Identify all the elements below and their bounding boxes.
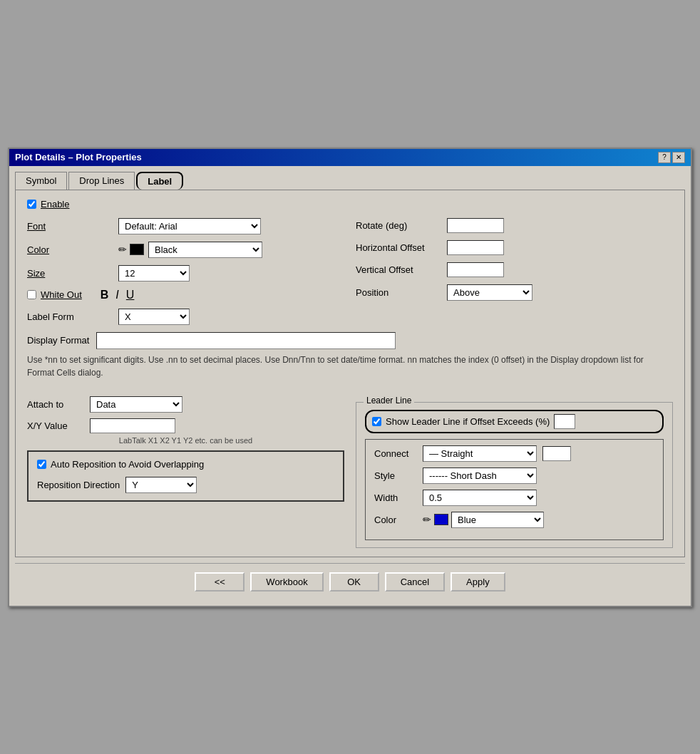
leader-color-selector: ✏ Blue Black Red Green: [423, 512, 544, 528]
rotate-label: Rotate (deg): [356, 220, 441, 231]
leader-offset-input[interactable]: 1: [554, 414, 575, 429]
reposition-direction-select[interactable]: Y X XY: [125, 477, 197, 493]
help-button[interactable]: ?: [658, 152, 671, 163]
italic-button[interactable]: I: [115, 289, 118, 301]
connect-row: Connect — Straight Horizontal Then Verti…: [374, 445, 654, 462]
leader-color-select[interactable]: Blue Black Red Green: [451, 512, 544, 528]
label-form-select[interactable]: X Y Z: [118, 309, 190, 325]
display-format-label: Display Format: [27, 335, 89, 346]
rotate-input[interactable]: 90: [447, 218, 504, 233]
connect-label: Connect: [374, 448, 417, 459]
font-select[interactable]: Default: Arial Arial Times New Roman: [118, 218, 261, 234]
auto-reposition-label: Auto Reposition to Avoid Overlapping: [51, 459, 204, 470]
tab-drop-lines[interactable]: Drop Lines: [68, 172, 135, 190]
voffset-row: Vertical Offset 170: [356, 262, 673, 277]
color-selector: ✏ Black White Red Blue: [118, 242, 262, 258]
leader-color-swatch: [434, 514, 448, 525]
width-select[interactable]: 0.5 1 1.5 2: [423, 490, 537, 506]
left-column: Font Default: Arial Arial Times New Roma…: [27, 218, 344, 332]
close-button[interactable]: ✕: [672, 152, 685, 163]
width-row: Width 0.5 1 1.5 2: [374, 490, 654, 506]
auto-reposition-checkbox[interactable]: [37, 460, 46, 469]
main-window: Plot Details – Plot Properties ? ✕ Symbo…: [8, 148, 692, 607]
label-form-row: Label Form X Y Z: [27, 309, 344, 325]
pencil-icon[interactable]: ✏: [118, 244, 127, 255]
connect-offset-input[interactable]: 0: [542, 446, 571, 461]
display-format-input[interactable]: [96, 332, 396, 349]
position-row: Position Above Below Left Right Center: [356, 284, 673, 301]
hint-text: Use *nn to set significant digits. Use .…: [27, 353, 673, 379]
display-format-row: Display Format: [27, 332, 673, 349]
xy-value-input[interactable]: [90, 418, 175, 433]
size-row: Size 12 8 10 14 16: [27, 265, 344, 282]
underline-button[interactable]: U: [126, 289, 135, 301]
position-label: Position: [356, 287, 441, 298]
reposition-direction-row: Reposition Direction Y X XY: [37, 477, 334, 493]
back-button[interactable]: <<: [195, 572, 245, 592]
bottom-section: Attach to Data Page Layer X/Y Value LabT…: [27, 396, 673, 548]
width-label: Width: [374, 492, 417, 503]
right-column: Rotate (deg) 90 Horizontal Offset 0 Vert…: [356, 218, 673, 332]
right-panel: Leader Line Show Leader Line if Offset E…: [356, 396, 673, 548]
ok-button[interactable]: OK: [329, 572, 379, 592]
attach-label: Attach to: [27, 399, 84, 410]
apply-button[interactable]: Apply: [451, 572, 505, 592]
connect-select[interactable]: — Straight Horizontal Then Vertical Vert…: [423, 445, 537, 462]
footer-buttons: << Workbook OK Cancel Apply: [15, 563, 685, 600]
labtalk-hint: LabTalk X1 X2 Y1 Y2 etc. can be used: [27, 436, 344, 445]
xy-value-row: X/Y Value: [27, 418, 344, 433]
tab-symbol[interactable]: Symbol: [15, 172, 67, 190]
tab-label[interactable]: Label: [136, 172, 183, 190]
cancel-button[interactable]: Cancel: [385, 572, 445, 592]
size-label: Size: [27, 268, 113, 279]
color-row: Color ✏ Black White Red Blue: [27, 242, 344, 258]
title-bar-buttons: ? ✕: [658, 152, 685, 163]
leader-color-label: Color: [374, 515, 417, 525]
style-row: Style ------ Short Dash Solid Dash Dot: [374, 468, 654, 484]
white-out-row: White Out B I U: [27, 289, 344, 301]
enable-checkbox[interactable]: [27, 200, 36, 209]
leader-pencil-icon[interactable]: ✏: [423, 514, 431, 525]
style-label: Style: [374, 470, 417, 481]
rotate-row: Rotate (deg) 90: [356, 218, 673, 233]
position-select[interactable]: Above Below Left Right Center: [447, 284, 532, 301]
leader-color-row: Color ✏ Blue Black Red Green: [374, 512, 654, 528]
hoffset-label: Horizontal Offset: [356, 242, 441, 253]
title-bar: Plot Details – Plot Properties ? ✕: [9, 149, 691, 166]
font-label: Font: [27, 221, 113, 232]
reposition-direction-label: Reposition Direction: [37, 480, 120, 490]
label-form-label: Label Form: [27, 311, 113, 322]
enable-row: Enable: [27, 199, 673, 210]
hoffset-row: Horizontal Offset 0: [356, 240, 673, 255]
voffset-label: Vertical Offset: [356, 264, 441, 275]
voffset-input[interactable]: 170: [447, 262, 504, 277]
attach-select[interactable]: Data Page Layer: [90, 396, 182, 413]
show-leader-row: Show Leader Line if Offset Exceeds (%) 1: [365, 410, 664, 433]
size-select[interactable]: 12 8 10 14 16: [118, 265, 190, 282]
leader-line-legend: Leader Line: [364, 396, 414, 406]
color-select[interactable]: Black White Red Blue: [148, 242, 262, 258]
enable-label: Enable: [41, 199, 69, 210]
bold-button[interactable]: B: [101, 289, 109, 301]
white-out-label: White Out: [41, 289, 82, 300]
left-panel: Attach to Data Page Layer X/Y Value LabT…: [27, 396, 344, 548]
window-body: Symbol Drop Lines Label Enable Font Defa…: [9, 166, 691, 606]
leader-inner-box: Connect — Straight Horizontal Then Verti…: [365, 439, 664, 540]
show-leader-label: Show Leader Line if Offset Exceeds (%): [386, 416, 550, 427]
auto-reposition-row: Auto Reposition to Avoid Overlapping: [37, 459, 334, 470]
color-label: Color: [27, 244, 113, 255]
main-form: Font Default: Arial Arial Times New Roma…: [27, 218, 673, 332]
color-swatch: [130, 244, 144, 255]
xy-value-label: X/Y Value: [27, 420, 84, 431]
white-out-checkbox[interactable]: [27, 290, 36, 299]
style-select[interactable]: ------ Short Dash Solid Dash Dot: [423, 468, 537, 484]
show-leader-checkbox[interactable]: [372, 417, 381, 426]
leader-line-group: Leader Line Show Leader Line if Offset E…: [356, 402, 673, 548]
window-title: Plot Details – Plot Properties: [15, 152, 142, 162]
format-buttons: B I U: [101, 289, 135, 301]
attach-row: Attach to Data Page Layer: [27, 396, 344, 413]
font-row: Font Default: Arial Arial Times New Roma…: [27, 218, 344, 234]
auto-reposition-box: Auto Reposition to Avoid Overlapping Rep…: [27, 450, 344, 502]
workbook-button[interactable]: Workbook: [250, 572, 323, 592]
hoffset-input[interactable]: 0: [447, 240, 504, 255]
